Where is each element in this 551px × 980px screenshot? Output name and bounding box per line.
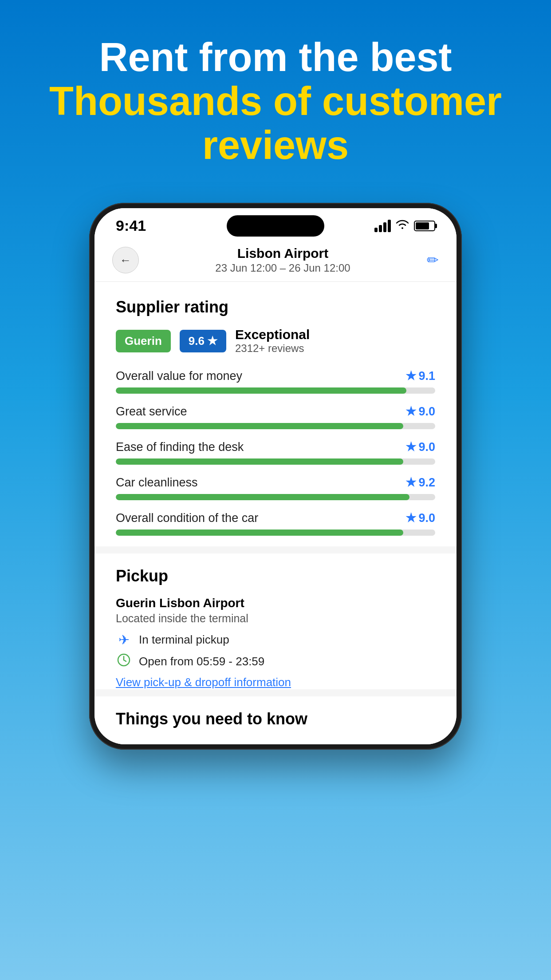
rating-label-text: Car cleanliness [116, 476, 198, 490]
pickup-section: Pickup Guerin Lisbon Airport Located ins… [116, 553, 435, 689]
edit-icon[interactable]: ✏ [427, 252, 439, 269]
rating-row: Overall value for money ★ 9.1 [116, 369, 435, 394]
rating-label-row: Overall value for money ★ 9.1 [116, 369, 435, 383]
signal-icon [374, 220, 391, 232]
airplane-icon: ✈ [116, 632, 132, 648]
progress-fill [116, 494, 409, 500]
supplier-rating-title: Supplier rating [116, 298, 435, 316]
star-icon-small: ★ [405, 369, 416, 383]
progress-bar [116, 458, 435, 465]
section-divider-2 [94, 689, 457, 696]
rating-score-value: ★ 9.2 [405, 475, 435, 490]
rating-label-text: Overall condition of the car [116, 511, 258, 525]
pickup-title: Pickup [116, 567, 435, 585]
view-pickup-link[interactable]: View pick-up & dropoff information [116, 676, 435, 689]
pickup-address: Located inside the terminal [116, 612, 435, 625]
rating-label-text: Ease of finding the desk [116, 440, 244, 454]
nav-title: Lisbon Airport [215, 246, 350, 261]
nav-center: Lisbon Airport 23 Jun 12:00 – 26 Jun 12:… [215, 246, 350, 274]
rating-label-text: Overall value for money [116, 369, 242, 383]
nav-subtitle: 23 Jun 12:00 – 26 Jun 12:00 [215, 262, 350, 274]
progress-bar [116, 423, 435, 429]
rating-row: Overall condition of the car ★ 9.0 [116, 511, 435, 536]
status-time: 9:41 [116, 217, 146, 234]
pickup-info-row-1: ✈ In terminal pickup [116, 632, 435, 648]
ratings-list: Overall value for money ★ 9.1 Great serv… [116, 369, 435, 536]
content-area: Supplier rating Guerin 9.6 ★ Exceptional… [94, 282, 457, 744]
rating-row: Great service ★ 9.0 [116, 404, 435, 429]
clock-icon [116, 653, 132, 670]
star-icon-small: ★ [405, 404, 416, 419]
dynamic-island [227, 215, 324, 237]
header-section: Rent from the best Thousands of customer… [0, 0, 551, 185]
rating-label-text: Great service [116, 405, 187, 419]
status-icons [374, 219, 435, 233]
rating-value: 9.6 [189, 334, 205, 348]
back-arrow-icon: ← [120, 253, 131, 267]
phone-screen: 9:41 [94, 208, 457, 744]
guerin-badge: Guerin [116, 330, 171, 352]
pickup-info-row-2: Open from 05:59 - 23:59 [116, 653, 435, 670]
progress-bar [116, 530, 435, 536]
progress-bar [116, 387, 435, 394]
progress-fill [116, 458, 403, 465]
rating-label-row: Ease of finding the desk ★ 9.0 [116, 440, 435, 454]
star-icon-small: ★ [405, 511, 416, 525]
progress-fill [116, 530, 403, 536]
progress-fill [116, 423, 403, 429]
supplier-label: Exceptional [235, 327, 310, 342]
back-button[interactable]: ← [112, 247, 139, 273]
section-divider [94, 546, 457, 553]
pickup-info-text-1: In terminal pickup [139, 633, 229, 647]
rating-row: Ease of finding the desk ★ 9.0 [116, 440, 435, 465]
phone-container: 9:41 [85, 203, 466, 980]
rating-label-row: Overall condition of the car ★ 9.0 [116, 511, 435, 525]
progress-fill [116, 387, 406, 394]
star-icon-small: ★ [405, 440, 416, 454]
star-icon: ★ [207, 334, 217, 348]
header-line2: Thousands of customer reviews [27, 79, 524, 167]
pickup-name: Guerin Lisbon Airport [116, 596, 435, 610]
supplier-info: Exceptional 2312+ reviews [235, 327, 310, 355]
star-icon-small: ★ [405, 475, 416, 490]
status-bar: 9:41 [94, 208, 457, 239]
rating-score-value: ★ 9.0 [405, 511, 435, 525]
battery-icon [414, 221, 435, 231]
header-line1: Rent from the best [27, 36, 524, 79]
rating-label-row: Car cleanliness ★ 9.2 [116, 475, 435, 490]
wifi-icon [395, 219, 409, 233]
pickup-info-text-2: Open from 05:59 - 23:59 [139, 655, 264, 668]
rating-row: Car cleanliness ★ 9.2 [116, 475, 435, 500]
rating-badge: 9.6 ★ [180, 330, 226, 352]
nav-bar: ← Lisbon Airport 23 Jun 12:00 – 26 Jun 1… [94, 239, 457, 282]
supplier-reviews: 2312+ reviews [235, 342, 310, 355]
things-section: Things you need to know [116, 696, 435, 728]
progress-bar [116, 494, 435, 500]
rating-score-value: ★ 9.1 [405, 369, 435, 383]
phone-frame: 9:41 [89, 203, 462, 750]
rating-score-value: ★ 9.0 [405, 440, 435, 454]
rating-label-row: Great service ★ 9.0 [116, 404, 435, 419]
rating-score-value: ★ 9.0 [405, 404, 435, 419]
things-title: Things you need to know [116, 710, 435, 728]
supplier-header: Guerin 9.6 ★ Exceptional 2312+ reviews [116, 327, 435, 355]
